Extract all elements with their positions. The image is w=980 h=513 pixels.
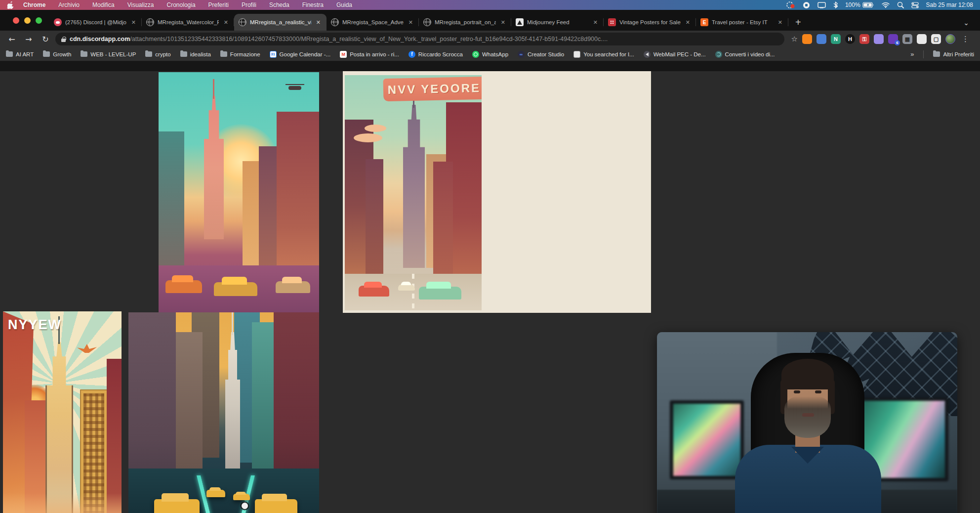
notion-like-icon[interactable]: N	[831, 34, 841, 44]
key-extension-icon[interactable]: ⚿	[859, 34, 869, 44]
bookmark-google-calendar[interactable]: 31Google Calendar -...	[270, 51, 331, 58]
new-tab-button[interactable]: +	[788, 14, 808, 31]
menu-guida[interactable]: Guida	[336, 1, 352, 8]
grid-extension-icon[interactable]: ▦	[902, 34, 912, 44]
bookmark-crypto[interactable]: crypto	[145, 51, 170, 58]
profile-avatar[interactable]	[945, 34, 955, 44]
menu-archivio[interactable]: Archivio	[58, 1, 80, 8]
folder-icon	[6, 51, 13, 58]
bookmark-web-level-up[interactable]: WEB - LEVEL-UP	[81, 51, 136, 58]
tab-close-icon[interactable]: ✕	[130, 18, 137, 27]
close-window-button[interactable]	[13, 17, 19, 24]
bookmark-creator-studio[interactable]: ∞Creator Studio	[518, 51, 564, 58]
url-path: /attachments/1013512335442333816/1089142…	[130, 36, 608, 43]
tab-8[interactable]: ETravel poster - Etsy IT✕	[696, 14, 788, 31]
control-center-icon[interactable]	[911, 2, 919, 8]
tab-close-icon[interactable]: ✕	[222, 18, 230, 27]
whatsapp-icon	[472, 51, 479, 58]
battery-status[interactable]: 100%	[845, 1, 874, 8]
bookmark-growth[interactable]: Growth	[43, 51, 71, 58]
tab-close-icon[interactable]: ✕	[684, 18, 692, 27]
menu-clock[interactable]: Sab 25 mar 12:08	[926, 1, 973, 8]
folder-icon	[145, 51, 152, 57]
bookmark-you-searched-for-i[interactable]: You searched for I...	[573, 51, 634, 58]
menu-chrome[interactable]: Chrome	[23, 1, 45, 8]
menu-modifica[interactable]: Modifica	[92, 1, 115, 8]
menu-preferiti[interactable]: Preferiti	[208, 1, 229, 8]
person-eyebrow	[792, 385, 801, 387]
bookmark-posta-in-arrivo-ri[interactable]: MPosta in arrivo - ri...	[340, 51, 399, 58]
window-controls	[13, 17, 42, 24]
poster3-bird	[77, 344, 97, 353]
tab-close-icon[interactable]: ✕	[407, 18, 414, 27]
bookmarks-overflow-button[interactable]: »	[910, 50, 914, 58]
stop-record-icon[interactable]	[803, 1, 810, 9]
bookmark-star-icon[interactable]: ☆	[791, 35, 798, 43]
webmail-icon	[644, 51, 651, 58]
chrome-menu-button[interactable]: ⋮	[960, 35, 971, 43]
tab-4[interactable]: MRregista_Space_Advent✕	[327, 14, 419, 31]
bookmark-webmail-pec-de[interactable]: WebMail PEC - De...	[644, 51, 706, 58]
mouse-cursor	[242, 503, 248, 509]
minimize-window-button[interactable]	[24, 17, 31, 24]
tab-5[interactable]: MRregista_portrait_on_a_✕	[419, 14, 511, 31]
menu-cronologia[interactable]: Cronologia	[167, 1, 196, 8]
screen-recording-icon[interactable]	[786, 1, 795, 8]
purple-extension-icon[interactable]: 6	[888, 34, 898, 44]
tab-1[interactable]: (2765) Discord | @Midjou✕	[49, 14, 142, 31]
h-extension-icon[interactable]: H	[845, 34, 855, 44]
other-favorites-folder[interactable]: Altri Preferiti	[933, 51, 974, 58]
apple-menu-icon[interactable]	[7, 1, 13, 9]
folder-icon	[6, 51, 13, 57]
url-domain: cdn.discordapp.com	[70, 36, 130, 43]
menu-profili[interactable]: Profili	[242, 1, 256, 8]
back-button[interactable]: ←	[5, 35, 19, 44]
blue-extension-icon[interactable]	[817, 34, 826, 44]
tab-close-icon[interactable]: ✕	[776, 18, 784, 27]
tab-close-icon[interactable]: ✕	[499, 18, 507, 27]
poster-top-right[interactable]	[159, 72, 319, 313]
forward-button[interactable]: →	[22, 35, 36, 44]
bluetooth-icon[interactable]	[833, 1, 838, 8]
poster-bottom-right[interactable]	[128, 312, 319, 513]
poster-bottom-left[interactable]: NYYEW	[3, 311, 122, 513]
menu-scheda[interactable]: Scheda	[269, 1, 289, 8]
display-icon[interactable]	[817, 2, 826, 8]
bookmark-idealista[interactable]: idealista	[180, 51, 211, 58]
webcam-overlay	[657, 332, 957, 513]
lavender-extension-icon[interactable]	[874, 34, 884, 44]
zoom-window-button[interactable]	[36, 17, 42, 24]
lock-icon	[61, 37, 66, 42]
poster-favicon	[608, 18, 616, 26]
tab-title: MRregista_Watercolor_Pa	[158, 19, 219, 25]
address-input[interactable]: cdn.discordapp.com/attachments/101351233…	[55, 33, 784, 45]
folder-icon	[180, 51, 187, 57]
page-content: NVV YEOORE NYYE	[0, 71, 980, 513]
tab-6[interactable]: Midjourney Feed✕	[511, 14, 604, 31]
poster-top-left[interactable]: NVV YEOORE	[345, 75, 482, 310]
bookmark-converti-i-video-di[interactable]: Converti i video di...	[715, 51, 775, 58]
tab-close-icon[interactable]: ✕	[315, 18, 322, 27]
bookmark-whatsapp[interactable]: WhatsApp	[472, 51, 508, 58]
metamask-icon[interactable]	[802, 34, 812, 44]
sidebar-extension-icon[interactable]: ▢	[931, 34, 941, 44]
puzzle-extension-icon[interactable]	[917, 34, 927, 44]
bookmark-formazione[interactable]: Formazione	[220, 51, 260, 58]
menu-visualizza[interactable]: Visualizza	[127, 1, 154, 8]
tab-2[interactable]: MRregista_Watercolor_Pa✕	[142, 14, 234, 31]
bookmark-riccardo-scrocca[interactable]: fRiccardo Scrocca	[408, 51, 463, 58]
tab-close-icon[interactable]: ✕	[592, 18, 599, 27]
tab-search-chevron-icon[interactable]: ⌄	[963, 19, 969, 27]
spotlight-search-icon[interactable]	[897, 1, 904, 8]
doc-icon	[573, 51, 580, 58]
bookmark-ai-art[interactable]: AI ART	[6, 51, 34, 58]
reload-button[interactable]: ↻	[39, 35, 52, 44]
tab-3[interactable]: MRregista_a_realistic_vie✕	[234, 14, 327, 31]
person-mouth	[802, 413, 814, 417]
poster2-orange-car	[165, 280, 202, 293]
tab-7[interactable]: Vintage Posters for Sale |✕	[604, 14, 696, 31]
extensions-area: ☆ NH⚿6▦▢ ⋮	[787, 34, 975, 44]
menu-finestra[interactable]: Finestra	[302, 1, 324, 8]
wifi-icon[interactable]	[882, 2, 890, 8]
bookmark-label: crypto	[155, 51, 170, 57]
